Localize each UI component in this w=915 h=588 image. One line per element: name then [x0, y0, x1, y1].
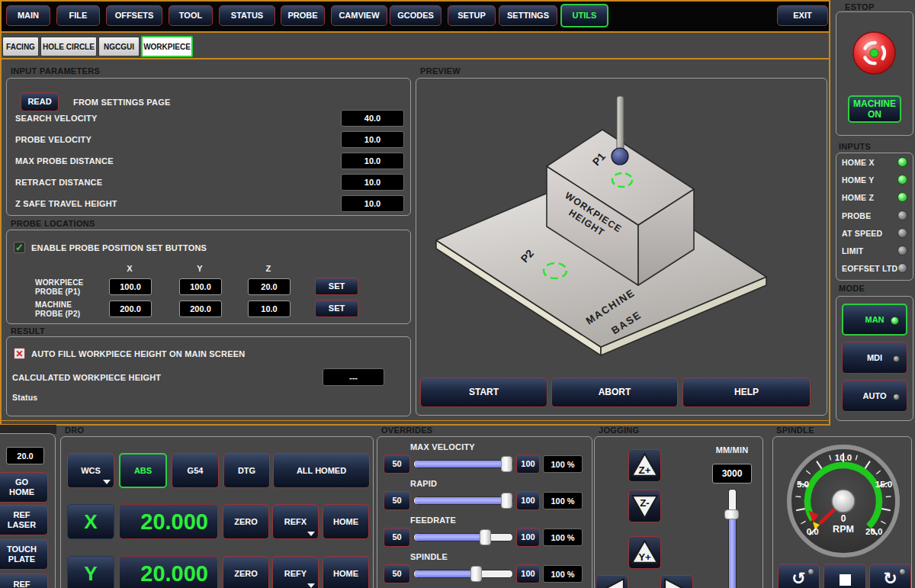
probe-ball-tip [612, 148, 628, 165]
abs-button[interactable]: ABS [119, 453, 167, 488]
p1-z-field[interactable]: 20.0 [248, 278, 291, 295]
read-button-label: READ [27, 97, 51, 107]
spindle-min-button[interactable]: 50 [384, 564, 410, 583]
menu-settings-button[interactable]: SETTINGS [499, 5, 557, 26]
estop-button[interactable] [852, 31, 897, 76]
jog-x-minus-button[interactable] [596, 575, 628, 588]
mode-auto-button[interactable]: AUTO [842, 380, 907, 412]
menu-offsets-button[interactable]: OFFSETS [106, 5, 162, 26]
x-ref-button[interactable]: REFX [272, 504, 319, 539]
feedrate-min-button[interactable]: 50 [384, 528, 410, 547]
mode-man-button[interactable]: MAN [842, 304, 907, 336]
retract-distance-field[interactable]: 10.0 [341, 174, 404, 191]
menu-probe-button[interactable]: PROBE [281, 5, 325, 26]
jog-speed-slider-track-bottom[interactable] [728, 518, 737, 588]
tab-ngcgui[interactable]: NGCGUI [98, 37, 140, 56]
menu-bottom-divider [0, 31, 830, 33]
menu-tool-button[interactable]: TOOL [169, 5, 213, 26]
max-velocity-slider-handle[interactable] [501, 456, 512, 472]
ref-laser-button[interactable]: REFLASER [0, 505, 48, 535]
p2-z-field[interactable]: 10.0 [248, 300, 291, 317]
spindle-stop-button[interactable] [824, 564, 866, 588]
rapid-slider-handle[interactable] [501, 493, 512, 509]
p1-z-value: 20.0 [261, 282, 277, 291]
y-ref-button[interactable]: REFY [272, 556, 319, 588]
mode-mdi-led [893, 355, 900, 362]
g54-button[interactable]: G54 [172, 453, 219, 488]
feedrate-max-button[interactable]: 100 [516, 528, 540, 547]
y-home-button[interactable]: HOME [323, 556, 369, 588]
tab-workpiece[interactable]: WORKPIECE [141, 36, 193, 57]
wcs-button[interactable]: WCS [67, 453, 114, 488]
p1-set-button[interactable]: SET [315, 278, 358, 295]
jog-x-plus-button[interactable] [660, 575, 693, 588]
xmark-icon: ✕ [15, 349, 23, 359]
search-velocity-field[interactable]: 40.0 [341, 110, 404, 127]
x-axis-dro-display: 20.000 [119, 504, 218, 539]
menu-camview-button[interactable]: CAMVIEW [331, 5, 387, 26]
max-velocity-slider[interactable] [413, 460, 513, 468]
spindle-slider[interactable] [413, 570, 513, 578]
y-axis-value: 20.000 [140, 561, 208, 586]
read-button[interactable]: READ [21, 92, 59, 111]
jog-z-minus-button[interactable]: Z- [628, 490, 661, 522]
x-axis-button[interactable]: X [67, 504, 114, 539]
spindle-max-button[interactable]: 100 [516, 564, 540, 583]
menu-utils-button[interactable]: UTILS [560, 4, 608, 27]
mode-mdi-button[interactable]: MDI [842, 342, 907, 374]
chevron-down-icon [307, 583, 315, 588]
y-axis-button[interactable]: Y [67, 556, 114, 588]
jog-y-plus-button[interactable]: Y+ [628, 536, 661, 569]
go-home-button[interactable]: GOHOME [0, 472, 48, 503]
input-home-z-label: HOME Z [842, 193, 874, 202]
rapid-min-button[interactable]: 50 [384, 491, 410, 510]
menu-file-button[interactable]: FILE [56, 5, 100, 26]
menu-gcodes-button[interactable]: GCODES [390, 5, 441, 26]
jog-speed-slider-handle[interactable] [724, 509, 739, 519]
spindle-slider-handle[interactable] [470, 566, 482, 582]
gauge-label-15: 15.0 [875, 480, 892, 489]
max-velocity-min-button[interactable]: 50 [384, 455, 410, 474]
menu-status-button[interactable]: STATUS [219, 5, 275, 26]
menu-main-button[interactable]: MAIN [6, 5, 50, 26]
x-zero-button[interactable]: ZERO [223, 504, 269, 539]
spindle-cw-button[interactable]: ↻ [869, 564, 911, 588]
start-button[interactable]: START [420, 378, 547, 407]
help-button[interactable]: HELP [682, 378, 811, 407]
abort-button[interactable]: ABORT [551, 378, 678, 407]
p1-x-field[interactable]: 100.0 [109, 278, 152, 295]
menu-setup-button[interactable]: SETUP [448, 5, 496, 26]
tab-hole-circle[interactable]: HOLE CIRCLE [40, 37, 97, 56]
jog-rate-field[interactable]: 3000 [712, 464, 752, 484]
all-homed-button[interactable]: ALL HOMED [273, 453, 370, 488]
menu-exit-button[interactable]: EXIT [777, 5, 828, 26]
x-home-button[interactable]: HOME [323, 504, 369, 539]
z-safe-travel-field[interactable]: 10.0 [341, 195, 404, 212]
rapid-max-button[interactable]: 100 [516, 491, 540, 510]
spindle-ccw-button[interactable]: ↺ [778, 564, 820, 588]
autofill-checkbox[interactable]: ✕ [14, 348, 25, 359]
p2-y-field[interactable]: 200.0 [179, 300, 222, 317]
jog-z-plus-button[interactable]: Z+ [628, 449, 661, 482]
probe-velocity-field[interactable]: 10.0 [341, 131, 404, 148]
dtg-button[interactable]: DTG [223, 453, 270, 488]
ref-button[interactable]: REF [0, 574, 48, 588]
p2-x-field[interactable]: 200.0 [109, 300, 152, 317]
max-velocity-slider-fill [415, 461, 512, 468]
enable-probe-checkbox[interactable]: ✓ [14, 242, 25, 253]
machine-on-button[interactable]: MACHINEON [848, 95, 901, 123]
down-triangle-icon: Z- [631, 492, 659, 520]
touch-plate-button[interactable]: TOUCHPLATE [0, 539, 48, 570]
feedrate-slider[interactable] [413, 533, 513, 541]
y-axis-letter: Y [84, 562, 97, 586]
tab-facing[interactable]: FACING [2, 37, 39, 56]
spindle-cw-icon: ↻ [883, 569, 897, 588]
feedrate-slider-handle[interactable] [480, 529, 491, 545]
max-probe-distance-field[interactable]: 10.0 [341, 153, 404, 169]
y-zero-button[interactable]: ZERO [223, 556, 269, 588]
rapid-slider[interactable] [413, 496, 513, 505]
max-velocity-max-button[interactable]: 100 [516, 455, 540, 474]
p2-set-button[interactable]: SET [315, 300, 358, 317]
p1-y-field[interactable]: 100.0 [179, 278, 222, 295]
height-entry-field[interactable]: 20.0 [6, 447, 44, 464]
